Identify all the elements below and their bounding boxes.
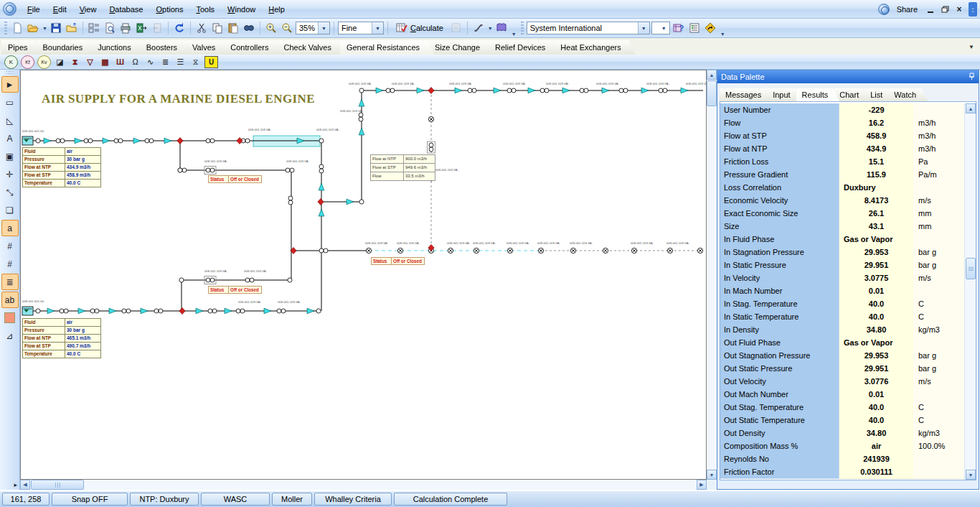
flow-arrow-icon[interactable] [359, 99, 364, 106]
number-edit-tool-icon[interactable]: # [1, 256, 19, 272]
result-row[interactable]: Friction Loss15.1Pa [720, 155, 965, 168]
print-icon[interactable] [118, 21, 133, 35]
tab-general-resistances[interactable]: General Resistances [340, 40, 434, 55]
screen-icon[interactable]: ▦ [99, 56, 111, 68]
result-row[interactable]: Size43.1mm [720, 220, 965, 233]
result-row[interactable]: In Fluid PhaseGas or Vapor [720, 233, 965, 246]
open-file-icon[interactable] [26, 21, 40, 35]
node-icon[interactable] [90, 309, 95, 313]
node-icon[interactable] [236, 309, 240, 313]
scroll-down-icon[interactable]: ▼ [707, 470, 717, 480]
flow-arrow-icon[interactable] [319, 209, 324, 216]
flow-arrow-icon[interactable] [417, 88, 424, 93]
node-icon[interactable] [512, 88, 516, 93]
result-row[interactable]: In Mach Number0.01 [720, 284, 965, 297]
node-icon[interactable] [281, 309, 286, 313]
pin-icon[interactable] [969, 73, 975, 82]
lasso-tool-icon[interactable]: ◺ [1, 112, 19, 129]
tab-relief-devices[interactable]: Relief Devices [489, 40, 560, 55]
node-icon[interactable] [386, 88, 390, 93]
boundary-tank-icon[interactable] [22, 136, 33, 145]
vscroll-thumb[interactable] [707, 80, 717, 106]
node-icon[interactable] [210, 139, 215, 143]
flow-arrow-icon[interactable] [47, 308, 55, 314]
result-row[interactable]: In Stag. Temperature40.0C [720, 297, 965, 310]
node-icon[interactable] [36, 139, 40, 143]
result-row[interactable]: Friction Factor0.030111 [720, 465, 965, 478]
node-icon[interactable] [250, 278, 254, 282]
strip-expand-icon[interactable]: ▸ [14, 481, 19, 488]
result-row[interactable]: Out Stag. Temperature40.0C [720, 401, 965, 414]
node-icon[interactable] [580, 88, 584, 93]
result-row[interactable]: Flow at NTP434.9m3/h [720, 142, 965, 155]
menu-edit[interactable]: Edit [47, 3, 73, 16]
result-row[interactable]: Out Density34.80kg/m3 [720, 427, 965, 439]
node-icon[interactable] [88, 139, 93, 143]
share-button[interactable]: Share [894, 5, 923, 14]
node-icon[interactable] [277, 309, 281, 313]
node-icon[interactable] [60, 309, 64, 313]
result-row[interactable]: In Density34.80kg/m3 [720, 323, 965, 336]
orifice-icon[interactable]: ◪ [54, 56, 66, 68]
open-dropdown-icon[interactable]: ▼ [42, 26, 47, 31]
menu-tools[interactable]: Tools [189, 3, 221, 16]
menu-file[interactable]: File [21, 3, 47, 16]
piping-diagram[interactable]: 008-001-109-VA-008-001-109-VA-008-001-10… [21, 70, 706, 479]
result-row[interactable]: User Number-229 [720, 103, 965, 116]
node-icon[interactable] [149, 139, 154, 143]
result-row[interactable]: Out Mach Number0.01 [720, 388, 965, 401]
flow-arrow-icon[interactable] [376, 88, 383, 93]
tube-bundle2-icon[interactable]: ☰ [174, 56, 187, 68]
k-resistance-icon[interactable]: K [4, 55, 18, 69]
script-dropdown-icon[interactable]: ▼ [488, 26, 493, 31]
node-icon[interactable] [95, 309, 99, 313]
select-tool-icon[interactable]: ► [1, 76, 19, 93]
tab-boundaries[interactable]: Boundaries [37, 40, 98, 55]
junction-diamond-icon[interactable] [237, 137, 242, 144]
flow-arrow-icon[interactable] [164, 138, 171, 144]
boundary-tank-icon[interactable] [22, 307, 33, 315]
results-scroll-up-icon[interactable]: ▲ [966, 103, 976, 113]
weir-icon[interactable]: Ш [114, 56, 126, 68]
node-icon[interactable] [159, 309, 163, 313]
result-row[interactable]: Out Fluid PhaseGas or Vapor [720, 336, 965, 349]
node-icon[interactable] [545, 88, 549, 93]
node-icon[interactable] [319, 164, 324, 169]
node-icon[interactable] [319, 139, 324, 143]
tab-controllers[interactable]: Controllers [224, 40, 283, 55]
node-icon[interactable] [359, 88, 364, 93]
junction-diamond-icon[interactable] [318, 198, 324, 205]
node-icon[interactable] [240, 309, 245, 313]
flow-arrow-icon[interactable] [109, 308, 116, 314]
units-system-combo[interactable]: System International▼ [527, 22, 650, 34]
tab-list-dropdown-icon[interactable]: ▼ [964, 44, 979, 50]
results-scrollbar[interactable]: ▲ ▼ [964, 103, 976, 480]
node-icon[interactable] [659, 88, 663, 93]
node-icon[interactable] [36, 309, 40, 313]
result-row[interactable]: Out Static Temperature40.0C [720, 414, 965, 427]
flow-arrow-icon[interactable] [307, 308, 314, 314]
kf-resistance-icon[interactable]: Kf [21, 55, 34, 69]
result-row[interactable]: Loss CorrelationDuxbury [720, 181, 965, 194]
node-icon[interactable] [319, 248, 324, 253]
flow-arrow-icon[interactable] [75, 138, 82, 144]
flow-arrow-icon[interactable] [562, 88, 570, 93]
close-project-icon[interactable] [65, 21, 79, 35]
node-icon[interactable] [210, 278, 215, 282]
zoom-level-combo[interactable]: 35%▼ [296, 22, 330, 34]
menu-help[interactable]: Help [262, 3, 291, 16]
node-icon[interactable] [182, 168, 187, 172]
node-icon[interactable] [206, 278, 210, 282]
node-icon[interactable] [126, 309, 131, 313]
tab-junctions[interactable]: Junctions [91, 40, 145, 55]
node-icon[interactable] [179, 278, 184, 282]
kv-resistance-icon[interactable]: Kv [37, 55, 51, 69]
junction-diamond-icon[interactable] [179, 307, 185, 314]
node-icon[interactable] [245, 278, 250, 282]
export-icon[interactable] [134, 21, 149, 35]
save-icon[interactable] [49, 21, 63, 35]
result-row[interactable]: Economic Velocity8.4173m/s [720, 194, 965, 207]
close-button[interactable]: × [952, 3, 966, 16]
node-icon[interactable] [319, 169, 324, 173]
menu-options[interactable]: Options [149, 3, 189, 16]
